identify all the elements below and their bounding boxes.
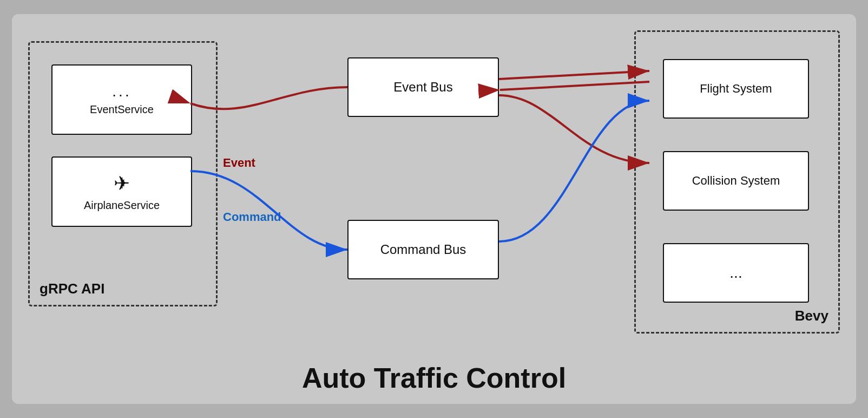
event-service-dots: ... [112, 84, 131, 99]
ellipsis-label: ... [729, 264, 742, 282]
commandbus-to-flightsystem-arrow [499, 101, 649, 241]
event-service-label: EventService [90, 103, 154, 116]
main-title: Auto Traffic Control [302, 362, 566, 394]
flightsystem-to-eventbus-arrow [500, 82, 649, 90]
collision-system-label: Collision System [692, 174, 780, 188]
grpc-api-box: ... EventService ✈ AirplaneService gRPC … [28, 41, 218, 306]
event-label: Event [223, 156, 255, 170]
main-container: ... EventService ✈ AirplaneService gRPC … [12, 14, 856, 404]
event-service-box: ... EventService [51, 64, 192, 135]
airplane-service-box: ✈ AirplaneService [51, 156, 192, 227]
bevy-label: Bevy [795, 308, 828, 324]
eventbus-to-collisionsystem-arrow [499, 95, 649, 163]
collision-system-box: Collision System [663, 151, 809, 211]
ellipsis-box: ... [663, 243, 809, 303]
command-label: Command [223, 210, 281, 224]
bevy-box: Flight System Collision System ... Bevy [634, 30, 840, 334]
flight-system-label: Flight System [700, 82, 772, 96]
command-bus-label: Command Bus [380, 242, 466, 257]
airplane-service-label: AirplaneService [84, 199, 160, 212]
airplane-icon: ✈ [114, 172, 130, 195]
command-bus-box: Command Bus [347, 220, 499, 279]
eventbus-to-flightsystem-arrow [499, 71, 649, 79]
flight-system-box: Flight System [663, 59, 809, 119]
event-bus-label: Event Bus [393, 80, 452, 95]
event-bus-box: Event Bus [347, 57, 499, 117]
grpc-api-label: gRPC API [40, 280, 104, 297]
